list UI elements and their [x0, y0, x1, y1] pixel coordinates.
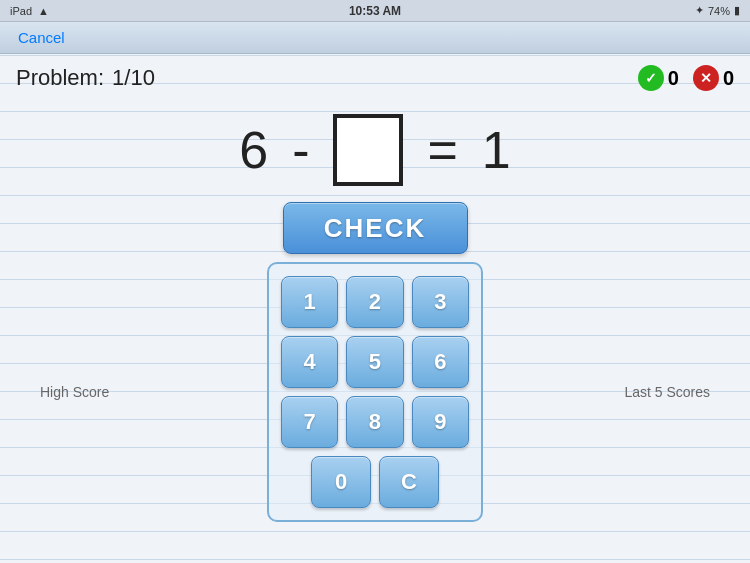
wrong-icon: ✕: [693, 65, 719, 91]
equation-row: 6 - = 1: [0, 102, 750, 196]
high-score-label: High Score: [40, 384, 109, 400]
key-clear[interactable]: C: [379, 456, 439, 508]
correct-score-group: ✓ 0: [638, 65, 679, 91]
key-8[interactable]: 8: [346, 396, 403, 448]
key-2[interactable]: 2: [346, 276, 403, 328]
bluetooth-icon: ✦: [695, 4, 704, 17]
main-content: Problem: 1/10 ✓ 0 ✕ 0 6 - = 1 CHECK: [0, 54, 750, 522]
key-5[interactable]: 5: [346, 336, 403, 388]
score-area: ✓ 0 ✕ 0: [638, 65, 734, 91]
key-4[interactable]: 4: [281, 336, 338, 388]
problem-row: Problem: 1/10 ✓ 0 ✕ 0: [0, 54, 750, 102]
status-right: ✦ 74% ▮: [695, 4, 740, 17]
key-3[interactable]: 3: [412, 276, 469, 328]
key-0[interactable]: 0: [311, 456, 371, 508]
wifi-icon: ▲: [38, 5, 49, 17]
correct-count: 0: [668, 67, 679, 90]
last5-scores-label: Last 5 Scores: [624, 384, 710, 400]
correct-icon: ✓: [638, 65, 664, 91]
answer-box[interactable]: [333, 114, 403, 186]
keypad-container: 1 2 3 4 5 6 7 8 9 0: [267, 262, 483, 522]
equals-sign: =: [427, 120, 457, 180]
status-time: 10:53 AM: [349, 4, 401, 18]
status-left: iPad ▲: [10, 5, 49, 17]
battery-icon: ▮: [734, 4, 740, 17]
result: 1: [482, 120, 511, 180]
keypad-row-3: 7 8 9: [281, 396, 469, 448]
check-button-wrapper: CHECK: [0, 196, 750, 262]
operand1: 6: [239, 120, 268, 180]
keypad-outer: High Score Last 5 Scores 1 2 3 4 5 6: [0, 262, 750, 522]
key-9[interactable]: 9: [412, 396, 469, 448]
operator: -: [292, 120, 309, 180]
status-bar: iPad ▲ 10:53 AM ✦ 74% ▮: [0, 0, 750, 22]
key-7[interactable]: 7: [281, 396, 338, 448]
nav-bar: Cancel: [0, 22, 750, 54]
keypad-row-4: 0 C: [281, 456, 469, 508]
wrong-score-group: ✕ 0: [693, 65, 734, 91]
ipad-label: iPad: [10, 5, 32, 17]
problem-label: Problem:: [16, 65, 104, 91]
problem-progress: 1/10: [112, 65, 155, 91]
key-1[interactable]: 1: [281, 276, 338, 328]
check-button[interactable]: CHECK: [283, 202, 468, 254]
key-6[interactable]: 6: [412, 336, 469, 388]
cancel-button[interactable]: Cancel: [12, 27, 71, 48]
wrong-count: 0: [723, 67, 734, 90]
battery-percent: 74%: [708, 5, 730, 17]
keypad-row-1: 1 2 3: [281, 276, 469, 328]
keypad-row-2: 4 5 6: [281, 336, 469, 388]
